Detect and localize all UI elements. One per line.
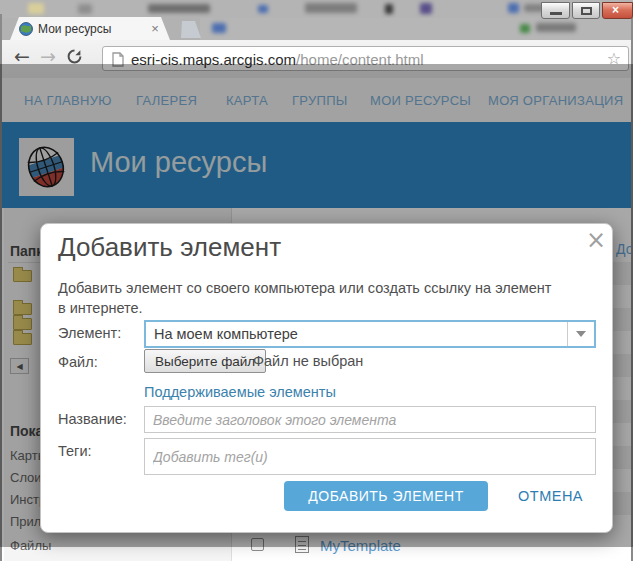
dialog-title: Добавить элемент: [58, 232, 281, 263]
element-label: Элемент:: [58, 325, 121, 341]
background-blob: [385, 4, 393, 14]
close-window-button[interactable]: ×: [602, 2, 633, 19]
dialog-close-icon[interactable]: ×: [586, 228, 606, 252]
add-item-submit-button[interactable]: ДОБАВИТЬ ЭЛЕМЕНТ: [284, 481, 488, 511]
element-type-value: На моем компьютере: [154, 326, 298, 342]
tags-input[interactable]: [144, 438, 596, 475]
background-blob: [148, 4, 210, 13]
site-favicon-icon: [19, 22, 33, 40]
background-blob: [305, 3, 357, 13]
file-label: Файл:: [58, 354, 98, 370]
maximize-icon: [581, 7, 592, 15]
tab-title: Мои ресурсы: [38, 22, 111, 36]
background-blob: [420, 3, 432, 14]
title-input[interactable]: [144, 406, 596, 433]
browser-tab[interactable]: Мои ресурсы ×: [10, 17, 170, 40]
title-label: Название:: [58, 411, 127, 427]
background-blob: [508, 3, 519, 13]
choose-file-button[interactable]: Выберите файл: [144, 349, 266, 373]
background-blob: [28, 3, 44, 14]
background-blob: [78, 4, 92, 14]
background-blob: [258, 5, 268, 13]
supported-items-link[interactable]: Поддерживаемые элементы: [144, 384, 336, 400]
maximize-button[interactable]: [572, 2, 600, 19]
add-item-dialog: Добавить элемент × Добавить элемент со с…: [40, 223, 613, 533]
dialog-description: Добавить элемент со своего компьютера ил…: [58, 278, 553, 318]
close-window-icon: ×: [612, 3, 619, 17]
cancel-link[interactable]: ОТМЕНА: [518, 488, 583, 504]
tags-label: Теги:: [58, 443, 92, 459]
new-tab-button[interactable]: [175, 21, 201, 38]
select-arrow-box[interactable]: [567, 322, 594, 346]
minimize-button[interactable]: [541, 2, 570, 19]
tab-strip: Мои ресурсы ×: [2, 14, 631, 40]
element-type-select[interactable]: На моем компьютере: [144, 320, 596, 348]
screen: × Мои ресурсы × ← →: [0, 0, 633, 561]
tab-close-icon[interactable]: ×: [148, 21, 162, 36]
chevron-down-icon: [576, 331, 586, 337]
minimize-icon: [550, 12, 562, 15]
file-status-text: Файл не выбран: [253, 353, 363, 369]
